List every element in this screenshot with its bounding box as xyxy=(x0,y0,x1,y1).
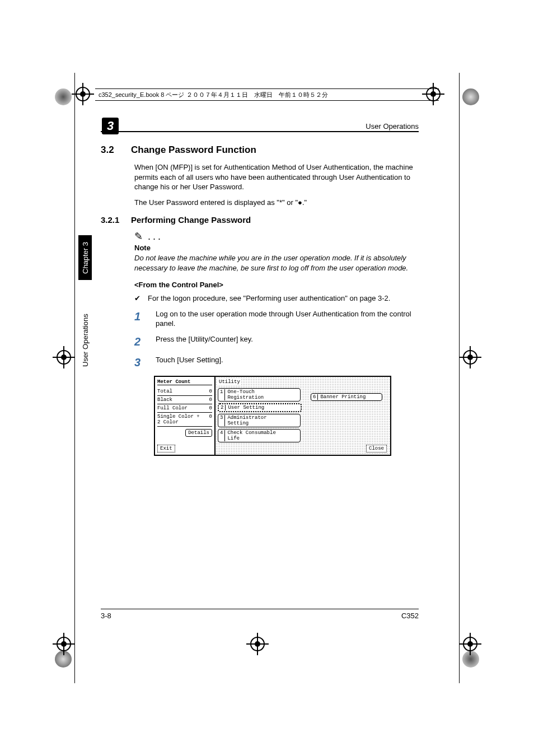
meter-count-panel: Meter Count Total0 Black0 Full Color0 Si… xyxy=(155,377,216,455)
utility-panel: Utility 1One-Touch Registration 2User Se… xyxy=(216,377,390,455)
svg-point-24 xyxy=(76,87,90,101)
check-item: ✔ For the logon procedure, see "Performi… xyxy=(134,293,419,304)
svg-point-16 xyxy=(251,637,264,651)
side-tab-section: User Operations xyxy=(78,307,92,374)
svg-point-11 xyxy=(61,641,67,647)
step-number: 2 xyxy=(134,334,144,349)
intro-paragraph: When [ON (MFP)] is set for Authenticatio… xyxy=(134,162,419,192)
svg-point-7 xyxy=(467,354,473,360)
svg-point-27 xyxy=(80,91,86,97)
step-3: 3 Touch [User Setting]. xyxy=(134,355,419,370)
exit-button[interactable]: Exit xyxy=(157,445,175,452)
corner-dot xyxy=(55,651,72,668)
note-body: Do not leave the machine while you are i… xyxy=(134,253,419,273)
step-2: 2 Press the [Utility/Counter] key. xyxy=(134,334,419,349)
meter-row: Single Color + 2 Color0 xyxy=(157,413,212,427)
section-heading: 3.2Change Password Function xyxy=(101,144,419,156)
menu-item-user-setting[interactable]: 2User Setting xyxy=(218,403,302,412)
guide-line xyxy=(74,73,75,683)
footer-model: C352 xyxy=(401,612,419,620)
section-number: 3.2 xyxy=(101,144,131,156)
step-text: Press the [Utility/Counter] key. xyxy=(156,334,253,349)
note-icon: ✎ ... xyxy=(134,230,419,242)
meter-row: Total0 xyxy=(157,388,212,396)
from-panel-heading: <From the Control Panel> xyxy=(134,281,419,289)
subsection-title: Performing Change Password xyxy=(131,215,251,225)
menu-item-banner-printing[interactable]: 6Banner Printing xyxy=(311,393,382,401)
corner-dot xyxy=(55,88,72,105)
menu-item-one-touch[interactable]: 1One-Touch Registration xyxy=(218,388,301,402)
registration-mark-icon xyxy=(246,633,269,655)
step-text: Touch [User Setting]. xyxy=(156,355,223,370)
guide-line xyxy=(459,73,460,683)
side-tab-chapter: Chapter 3 xyxy=(78,235,92,280)
meter-title: Meter Count xyxy=(157,379,212,385)
svg-point-12 xyxy=(463,637,477,651)
step-number: 1 xyxy=(134,309,144,329)
registration-mark-icon xyxy=(53,346,75,368)
display-paragraph: The User Password entered is displayed a… xyxy=(134,198,419,208)
close-button[interactable]: Close xyxy=(366,445,387,452)
utility-screenshot: Meter Count Total0 Black0 Full Color0 Si… xyxy=(154,376,391,456)
step-text: Log on to the user operation mode throug… xyxy=(156,309,419,329)
registration-mark-icon xyxy=(72,83,94,105)
svg-point-3 xyxy=(61,354,67,360)
utility-title: Utility xyxy=(218,379,241,385)
menu-item-check-consumable[interactable]: 4Check Consumable Life xyxy=(218,429,301,442)
corner-dot xyxy=(462,651,479,668)
note-label: Note xyxy=(134,244,419,252)
check-item-text: For the logon procedure, see "Performing… xyxy=(148,293,390,304)
running-header: User Operations xyxy=(101,122,419,130)
page-footer: 3-8 C352 xyxy=(101,609,419,620)
menu-item-admin-setting[interactable]: 3Administrator Setting xyxy=(218,414,301,427)
step-1: 1 Log on to the user operation mode thro… xyxy=(134,309,419,329)
chapter-badge: 3 xyxy=(102,118,119,134)
book-header-text: c352_security_E.book 8 ページ ２００７年４月１１日 水曜… xyxy=(99,91,328,99)
subsection-heading: 3.2.1Performing Change Password xyxy=(101,215,419,225)
section-title: Change Password Function xyxy=(131,144,256,155)
footer-page-number: 3-8 xyxy=(101,612,111,620)
book-header: c352_security_E.book 8 ページ ２００７年４月１１日 水曜… xyxy=(95,88,439,101)
step-number: 3 xyxy=(134,355,144,370)
meter-row: Full Color0 xyxy=(157,404,212,413)
checkmark-icon: ✔ xyxy=(134,293,142,304)
subsection-number: 3.2.1 xyxy=(101,215,131,225)
svg-point-15 xyxy=(467,641,473,647)
svg-point-4 xyxy=(463,351,477,364)
registration-mark-icon xyxy=(459,346,481,368)
svg-point-8 xyxy=(57,637,71,651)
meter-row: Black0 xyxy=(157,396,212,404)
svg-point-19 xyxy=(255,641,260,647)
svg-point-0 xyxy=(57,351,71,364)
corner-dot xyxy=(462,88,479,105)
details-button[interactable]: Details xyxy=(185,429,212,437)
header-rule xyxy=(101,131,419,132)
content-area: 3.2Change Password Function When [ON (MF… xyxy=(101,144,419,456)
